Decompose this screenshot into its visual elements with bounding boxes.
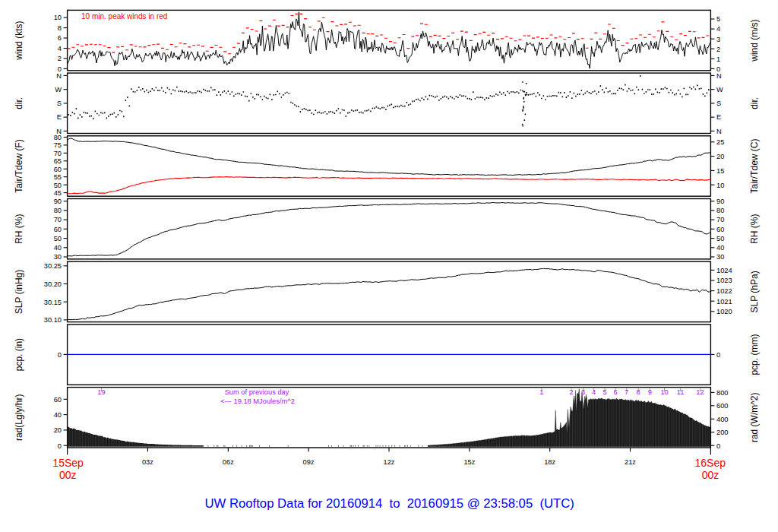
svg-text:90: 90	[716, 198, 724, 205]
svg-text:00z: 00z	[59, 469, 77, 481]
svg-text:80: 80	[716, 207, 724, 214]
svg-text:SLP (inHg): SLP (inHg)	[14, 270, 24, 314]
svg-text:80: 80	[54, 207, 62, 214]
svg-text:2: 2	[716, 46, 720, 53]
svg-text:1023: 1023	[716, 277, 732, 284]
svg-text:70: 70	[54, 216, 62, 223]
svg-text:40: 40	[54, 411, 62, 419]
svg-text:1020: 1020	[716, 308, 732, 315]
svg-text:40: 40	[716, 244, 724, 252]
svg-text:4: 4	[716, 25, 720, 33]
svg-text:1022: 1022	[716, 287, 732, 295]
svg-text:19: 19	[97, 388, 105, 396]
svg-text:0: 0	[716, 351, 720, 359]
svg-text:600: 600	[716, 402, 729, 410]
svg-text:15z: 15z	[463, 458, 475, 466]
svg-text:dir.: dir.	[14, 97, 24, 109]
svg-text:80: 80	[54, 134, 62, 141]
svg-text:RH (%): RH (%)	[749, 214, 760, 244]
svg-text:1024: 1024	[716, 267, 732, 274]
svg-text:W: W	[55, 86, 62, 93]
svg-text:400: 400	[716, 416, 729, 423]
svg-text:Tair/Tdew (F): Tair/Tdew (F)	[14, 139, 24, 193]
svg-text:55: 55	[54, 173, 62, 181]
svg-text:10: 10	[716, 182, 724, 189]
svg-text:16Sep: 16Sep	[695, 457, 726, 469]
svg-text:S: S	[57, 100, 62, 107]
svg-text:65: 65	[54, 157, 62, 165]
svg-text:70: 70	[54, 150, 62, 157]
svg-text:S: S	[716, 100, 721, 107]
svg-text:30: 30	[716, 253, 724, 261]
svg-text:3: 3	[581, 388, 585, 396]
svg-text:60: 60	[716, 226, 724, 233]
svg-text:1021: 1021	[716, 298, 732, 306]
svg-text:45: 45	[54, 189, 62, 197]
svg-text:10 min. peak winds in red: 10 min. peak winds in red	[81, 12, 167, 21]
svg-text:2: 2	[58, 55, 62, 62]
svg-text:12: 12	[696, 388, 704, 396]
svg-text:90: 90	[54, 198, 62, 205]
svg-text:wind (m/s): wind (m/s)	[749, 19, 760, 62]
svg-text:rad (W/m^2): rad (W/m^2)	[749, 392, 760, 442]
svg-text:30.15: 30.15	[44, 299, 62, 306]
svg-text:60: 60	[54, 396, 62, 404]
svg-text:6: 6	[58, 34, 62, 42]
svg-text:6: 6	[614, 388, 618, 396]
svg-text:15Sep: 15Sep	[52, 457, 84, 469]
svg-text:0: 0	[716, 442, 720, 450]
svg-text:03z: 03z	[142, 458, 153, 466]
svg-text:Tair/Tdew (C): Tair/Tdew (C)	[749, 138, 760, 193]
svg-text:dir.: dir.	[749, 97, 760, 109]
svg-text:8: 8	[637, 388, 640, 396]
svg-text:0: 0	[58, 442, 62, 450]
svg-text:1: 1	[716, 55, 720, 63]
svg-text:09z: 09z	[303, 458, 315, 466]
svg-text:75: 75	[54, 141, 62, 149]
svg-text:4: 4	[592, 388, 596, 396]
svg-text:<--- 19.18 MJoules/m^2: <--- 19.18 MJoules/m^2	[220, 397, 295, 405]
svg-text:0: 0	[58, 351, 62, 359]
svg-text:800: 800	[716, 389, 729, 397]
svg-text:18z: 18z	[544, 458, 555, 466]
svg-text:4: 4	[58, 45, 62, 52]
svg-text:06z: 06z	[223, 458, 234, 466]
svg-text:50: 50	[716, 235, 724, 242]
svg-text:200: 200	[716, 429, 729, 436]
svg-text:N: N	[716, 72, 722, 80]
svg-text:20: 20	[54, 426, 62, 434]
svg-text:N: N	[716, 128, 722, 135]
svg-text:5: 5	[603, 388, 607, 396]
svg-text:pcp. (mm): pcp. (mm)	[749, 334, 760, 375]
svg-text:60: 60	[54, 166, 62, 173]
svg-text:rad(Lgly/hr): rad(Lgly/hr)	[14, 394, 24, 441]
svg-text:30.10: 30.10	[44, 316, 62, 324]
svg-text:30.25: 30.25	[44, 262, 62, 270]
svg-text:8: 8	[58, 24, 62, 32]
svg-text:30: 30	[54, 253, 62, 261]
svg-text:25: 25	[716, 138, 724, 146]
svg-text:00z: 00z	[702, 469, 719, 481]
svg-text:40: 40	[54, 244, 62, 252]
svg-text:Sum of previous day: Sum of previous day	[225, 388, 289, 396]
svg-text:11: 11	[677, 388, 685, 396]
svg-text:pcp. (in): pcp. (in)	[14, 338, 24, 371]
svg-text:E: E	[57, 113, 62, 121]
svg-text:30.20: 30.20	[44, 280, 62, 288]
svg-text:3: 3	[716, 36, 720, 43]
svg-text:1: 1	[539, 388, 543, 396]
svg-text:20: 20	[716, 153, 724, 160]
svg-text:SLP (hPa): SLP (hPa)	[749, 271, 760, 312]
svg-text:50: 50	[54, 235, 62, 242]
svg-text:15: 15	[716, 167, 724, 175]
svg-text:RH (%): RH (%)	[14, 214, 24, 244]
svg-text:21z: 21z	[625, 458, 636, 466]
svg-text:50: 50	[54, 182, 62, 189]
svg-text:UW Rooftop Data for 20160914: UW Rooftop Data for 20160914 to 20160915…	[205, 496, 574, 511]
svg-text:N: N	[56, 72, 62, 80]
svg-text:10: 10	[54, 14, 62, 21]
svg-text:7: 7	[625, 388, 628, 396]
svg-text:70: 70	[716, 216, 724, 223]
svg-text:E: E	[716, 113, 721, 121]
svg-text:12z: 12z	[384, 458, 395, 466]
